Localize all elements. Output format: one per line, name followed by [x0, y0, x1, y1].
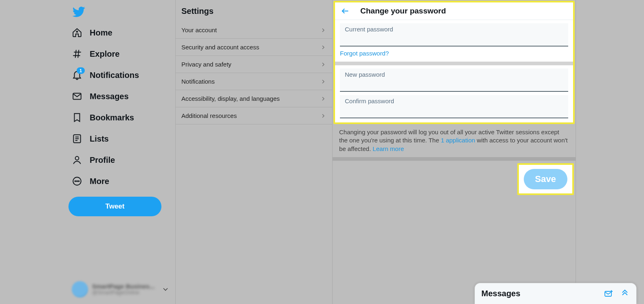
- settings-item-label: Notifications: [181, 78, 215, 85]
- account-switcher[interactable]: SmartPage Busines... @SmartPageOnline: [68, 279, 173, 300]
- drawer-title: Messages: [481, 289, 520, 298]
- change-password-panel: Change your password Current password Fo…: [333, 0, 576, 304]
- save-highlight: Save: [517, 163, 574, 195]
- nav-label: Messages: [90, 92, 129, 101]
- nav-messages[interactable]: Messages: [68, 87, 132, 106]
- primary-nav: Home Explore 1 Notifications Messages Bo…: [0, 0, 175, 304]
- chevron-right-icon: [320, 27, 326, 33]
- more-icon: [72, 176, 82, 186]
- home-icon: [72, 27, 82, 38]
- field-label: Confirm password: [345, 98, 563, 104]
- settings-item-label: Security and account access: [181, 44, 259, 51]
- settings-title: Settings: [176, 3, 332, 22]
- notification-badge: 1: [77, 67, 85, 74]
- password-note: Changing your password will log you out …: [333, 124, 576, 157]
- nav-label: Notifications: [90, 71, 139, 80]
- confirm-password-field[interactable]: Confirm password: [340, 95, 568, 118]
- profile-icon: [72, 155, 82, 165]
- settings-item-notifications[interactable]: Notifications: [176, 73, 332, 90]
- learn-more-link[interactable]: Learn more: [373, 145, 404, 152]
- nav-label: Explore: [90, 49, 119, 59]
- nav-bookmarks[interactable]: Bookmarks: [68, 108, 137, 127]
- twitter-logo-icon[interactable]: [72, 5, 86, 19]
- account-name: SmartPage Busines...: [92, 283, 154, 290]
- avatar: [72, 281, 88, 297]
- back-arrow-icon[interactable]: [341, 7, 350, 16]
- nav-notifications[interactable]: 1 Notifications: [68, 65, 142, 85]
- svg-point-3: [75, 156, 79, 160]
- nav-lists[interactable]: Lists: [68, 129, 112, 149]
- nav-label: Home: [90, 28, 112, 38]
- bookmark-icon: [72, 112, 82, 123]
- field-label: New password: [345, 71, 563, 78]
- settings-item-label: Privacy and safety: [181, 61, 232, 68]
- chevron-right-icon: [320, 44, 326, 51]
- settings-item-label: Your account: [181, 27, 217, 33]
- account-handle: @SmartPageOnline: [92, 290, 154, 295]
- chevron-down-icon: [161, 285, 170, 293]
- password-form-highlight: Change your password Current password Fo…: [333, 1, 575, 124]
- panel-title: Change your password: [360, 7, 446, 16]
- nav-label: Profile: [90, 155, 115, 165]
- settings-item-your-account[interactable]: Your account: [176, 22, 332, 39]
- settings-item-additional[interactable]: Additional resources: [176, 107, 332, 124]
- messages-drawer[interactable]: Messages: [474, 283, 637, 304]
- settings-list: Settings Your account Security and accou…: [175, 0, 333, 304]
- tweet-button[interactable]: Tweet: [68, 197, 161, 216]
- svg-point-5: [75, 181, 76, 182]
- current-password-field[interactable]: Current password: [340, 23, 568, 47]
- chevron-right-icon: [320, 95, 326, 102]
- nav-label: Bookmarks: [90, 113, 134, 122]
- lists-icon: [72, 133, 82, 144]
- chevron-right-icon: [320, 78, 326, 85]
- new-password-field[interactable]: New password: [340, 69, 568, 92]
- nav-label: More: [90, 177, 109, 186]
- settings-item-label: Additional resources: [181, 112, 237, 119]
- nav-more[interactable]: More: [68, 171, 112, 191]
- field-label: Current password: [345, 26, 563, 33]
- hashtag-icon: [72, 49, 82, 59]
- nav-label: Lists: [90, 134, 109, 144]
- envelope-icon: [72, 91, 82, 102]
- new-password-input[interactable]: [345, 78, 565, 88]
- bell-icon: 1: [72, 70, 82, 80]
- applications-link[interactable]: 1 application: [441, 137, 475, 144]
- nav-explore[interactable]: Explore: [68, 44, 123, 64]
- settings-item-security[interactable]: Security and account access: [176, 39, 332, 56]
- save-button[interactable]: Save: [524, 169, 567, 189]
- new-message-icon[interactable]: [604, 289, 613, 299]
- svg-point-7: [78, 181, 79, 182]
- chevron-right-icon: [320, 113, 326, 119]
- forgot-password-link[interactable]: Forgot password?: [340, 50, 389, 57]
- svg-point-6: [77, 181, 77, 182]
- confirm-password-input[interactable]: [345, 104, 565, 114]
- settings-item-label: Accessibility, display, and languages: [181, 95, 280, 102]
- chevron-right-icon: [320, 61, 326, 68]
- svg-point-0: [76, 31, 77, 32]
- settings-item-privacy[interactable]: Privacy and safety: [176, 56, 332, 73]
- nav-home[interactable]: Home: [68, 23, 116, 42]
- nav-profile[interactable]: Profile: [68, 150, 118, 170]
- settings-item-accessibility[interactable]: Accessibility, display, and languages: [176, 90, 332, 107]
- expand-up-icon[interactable]: [620, 289, 630, 299]
- current-password-input[interactable]: [345, 33, 565, 42]
